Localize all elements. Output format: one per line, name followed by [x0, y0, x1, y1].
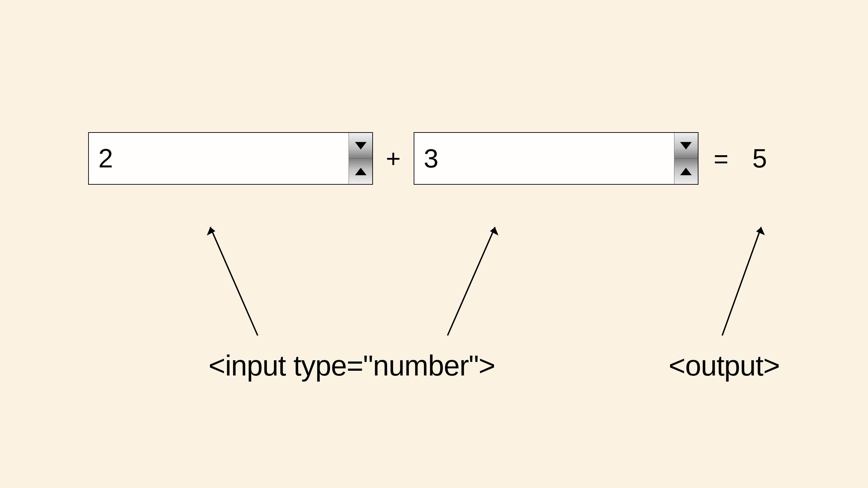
spinner-controls-2 — [674, 133, 698, 184]
svg-marker-1 — [207, 227, 215, 236]
input-2-value: 3 — [414, 143, 674, 174]
svg-line-4 — [722, 227, 761, 336]
spinner-up-button-2[interactable] — [674, 159, 698, 184]
spinner-controls-1 — [349, 133, 372, 184]
diagram-container: 2 + 3 = 5 — [0, 0, 868, 488]
arrow-icon — [444, 224, 505, 339]
input-1-value: 2 — [89, 143, 349, 174]
plus-operator: + — [383, 144, 403, 173]
annotations-layer: <input type="number"> <output> — [0, 0, 868, 488]
svg-marker-5 — [756, 227, 765, 235]
chevron-down-icon — [355, 142, 367, 149]
spinner-up-button-1[interactable] — [349, 159, 372, 184]
number-input-2[interactable]: 3 — [414, 132, 698, 185]
chevron-up-icon — [680, 168, 692, 175]
svg-marker-3 — [490, 227, 498, 236]
chevron-down-icon — [680, 142, 692, 149]
label-output-element: <output> — [669, 349, 780, 382]
label-input-type-number: <input type="number"> — [209, 349, 495, 382]
spinner-down-button-1[interactable] — [349, 133, 372, 159]
spinner-down-button-2[interactable] — [674, 133, 698, 159]
number-input-1[interactable]: 2 — [88, 132, 373, 185]
svg-line-0 — [210, 227, 258, 336]
arrow-icon — [203, 224, 264, 339]
svg-line-2 — [448, 227, 495, 336]
equation-row: 2 + 3 = 5 — [88, 132, 767, 185]
arrow-icon — [719, 224, 770, 339]
equals-sign: = — [709, 144, 732, 173]
chevron-up-icon — [355, 168, 367, 175]
output-value: 5 — [742, 143, 767, 174]
